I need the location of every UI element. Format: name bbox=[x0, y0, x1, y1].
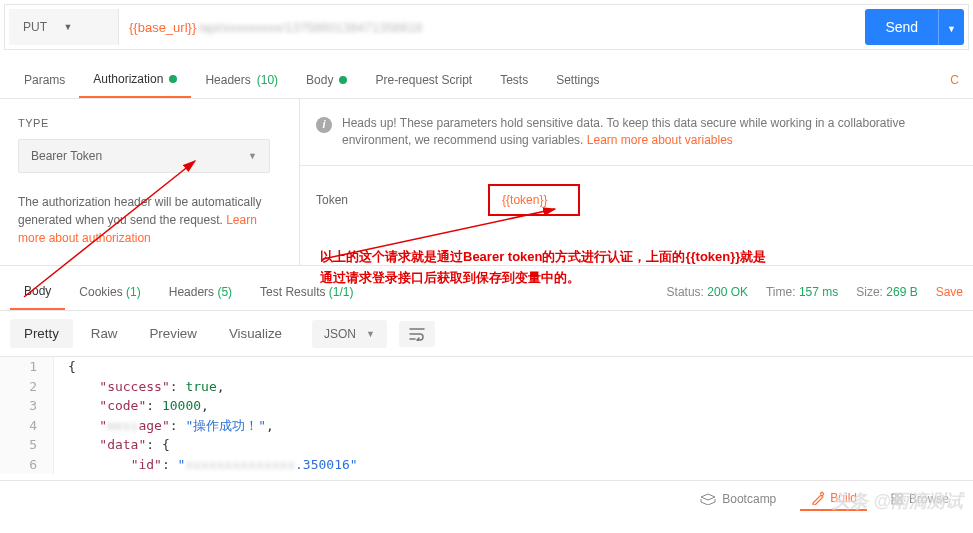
send-dropdown[interactable]: ▼ bbox=[938, 9, 964, 45]
line-number: 2 bbox=[0, 377, 54, 397]
send-button-group: Send ▼ bbox=[865, 9, 964, 45]
watermark: 头条 @雨滴测试 bbox=[832, 489, 963, 513]
learn-more-variables-link[interactable]: Learn more about variables bbox=[587, 133, 733, 147]
url-input[interactable]: {{base_url}} /api/xxxxxxxxx/137586013847… bbox=[119, 9, 865, 45]
annotation-text: 以上的这个请求就是通过Bearer token的方式进行认证，上面的{{toke… bbox=[320, 247, 880, 289]
chevron-down-icon: ▼ bbox=[947, 24, 956, 34]
wrap-lines-button[interactable] bbox=[399, 321, 435, 347]
response-tab-cookies[interactable]: Cookies (1) bbox=[65, 275, 154, 309]
indicator-dot-icon bbox=[169, 75, 177, 83]
build-icon bbox=[810, 491, 824, 505]
line-number: 6 bbox=[0, 455, 54, 475]
line-number: 5 bbox=[0, 435, 54, 455]
headers-count: (10) bbox=[257, 73, 278, 87]
raw-button[interactable]: Raw bbox=[77, 319, 132, 348]
url-path: /api/xxxxxxxxx/1375860138471358818 bbox=[198, 20, 422, 35]
authorization-panel: TYPE Bearer Token ▼ The authorization he… bbox=[0, 99, 973, 266]
request-bar: PUT ▼ {{base_url}} /api/xxxxxxxxx/137586… bbox=[4, 4, 969, 50]
auth-type-select[interactable]: Bearer Token ▼ bbox=[18, 139, 270, 173]
line-number: 4 bbox=[0, 416, 54, 436]
tab-body[interactable]: Body bbox=[292, 63, 361, 97]
request-tabs: Params Authorization Headers (10) Body P… bbox=[0, 62, 973, 99]
token-row: Token {{token}} bbox=[300, 184, 973, 216]
visualize-button[interactable]: Visualize bbox=[215, 319, 296, 348]
indicator-dot-icon bbox=[339, 76, 347, 84]
auth-left-column: TYPE Bearer Token ▼ The authorization he… bbox=[0, 99, 300, 265]
http-method-select[interactable]: PUT ▼ bbox=[9, 9, 119, 45]
tab-tests[interactable]: Tests bbox=[486, 63, 542, 97]
auth-type-value: Bearer Token bbox=[31, 149, 102, 163]
tab-headers[interactable]: Headers (10) bbox=[191, 63, 292, 97]
response-tab-headers[interactable]: Headers (5) bbox=[155, 275, 246, 309]
body-format-select[interactable]: JSON▼ bbox=[312, 320, 387, 348]
preview-button[interactable]: Preview bbox=[135, 319, 210, 348]
bootcamp-icon bbox=[700, 493, 716, 505]
wrap-icon bbox=[409, 327, 425, 341]
line-number: 3 bbox=[0, 396, 54, 416]
chevron-down-icon: ▼ bbox=[64, 22, 105, 32]
response-toolbar: Pretty Raw Preview Visualize JSON▼ bbox=[0, 311, 973, 357]
line-number: 1 bbox=[0, 357, 54, 377]
tab-settings[interactable]: Settings bbox=[542, 63, 613, 97]
url-variable: {{base_url}} bbox=[129, 20, 196, 35]
info-icon: i bbox=[316, 117, 332, 133]
type-label: TYPE bbox=[18, 117, 281, 129]
auth-description: The authorization header will be automat… bbox=[18, 193, 281, 247]
save-response-link[interactable]: Save bbox=[936, 285, 963, 299]
http-method-value: PUT bbox=[23, 20, 64, 34]
send-button[interactable]: Send bbox=[865, 9, 938, 45]
tab-params[interactable]: Params bbox=[10, 63, 79, 97]
auth-right-column: i Heads up! These parameters hold sensit… bbox=[300, 99, 973, 265]
token-label: Token bbox=[316, 193, 348, 207]
tabs-right-indicator: C bbox=[946, 63, 963, 97]
bottom-bar: Bootcamp Build Browse bbox=[0, 480, 973, 517]
chevron-down-icon: ▼ bbox=[366, 329, 375, 339]
bootcamp-link[interactable]: Bootcamp bbox=[690, 488, 786, 510]
heads-up-banner: i Heads up! These parameters hold sensit… bbox=[300, 115, 973, 166]
token-input[interactable]: {{token}} bbox=[488, 184, 580, 216]
size-value: 269 B bbox=[886, 285, 917, 299]
response-body-view[interactable]: 1{ 2 "success": true, 3 "code": 10000, 4… bbox=[0, 357, 973, 474]
pretty-button[interactable]: Pretty bbox=[10, 319, 73, 348]
chevron-down-icon: ▼ bbox=[248, 151, 257, 161]
response-tab-body[interactable]: Body bbox=[10, 274, 65, 310]
tab-pre-request[interactable]: Pre-request Script bbox=[361, 63, 486, 97]
tab-authorization[interactable]: Authorization bbox=[79, 62, 191, 98]
